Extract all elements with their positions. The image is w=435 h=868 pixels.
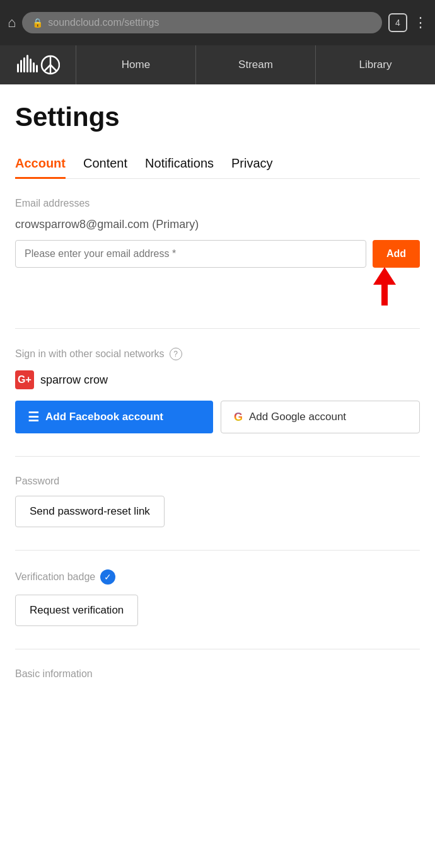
arrow-head bbox=[373, 267, 396, 285]
basic-info-label: Basic information bbox=[15, 668, 420, 680]
address-bar[interactable]: 🔒 soundcloud.com/settings bbox=[22, 12, 382, 33]
tab-privacy[interactable]: Privacy bbox=[231, 150, 273, 179]
svg-rect-0 bbox=[17, 64, 19, 72]
nav-home[interactable]: Home bbox=[76, 45, 195, 84]
browser-home-icon[interactable]: ⌂ bbox=[8, 14, 16, 31]
verification-check-icon: ✓ bbox=[100, 569, 115, 585]
nav-library[interactable]: Library bbox=[315, 45, 435, 84]
divider-2 bbox=[15, 456, 420, 457]
tab-notifications[interactable]: Notifications bbox=[145, 150, 214, 179]
add-google-button[interactable]: G Add Google account bbox=[221, 401, 420, 433]
password-reset-button[interactable]: Send password-reset link bbox=[15, 496, 165, 527]
email-input[interactable] bbox=[15, 240, 366, 268]
tabs-count-badge[interactable]: 4 bbox=[388, 13, 407, 32]
add-email-button[interactable]: Add bbox=[373, 240, 420, 268]
svg-rect-5 bbox=[33, 62, 35, 72]
tab-account[interactable]: Account bbox=[15, 150, 66, 179]
arrow-shaft bbox=[381, 285, 388, 306]
browser-chrome: ⌂ 🔒 soundcloud.com/settings 4 ⋮ bbox=[0, 0, 435, 45]
svg-rect-1 bbox=[20, 60, 22, 72]
tab-content[interactable]: Content bbox=[83, 150, 127, 179]
email-section: Email addresses crowsparrow8@gmail.com (… bbox=[15, 198, 420, 306]
browser-url: soundcloud.com/settings bbox=[48, 17, 159, 28]
soundcloud-nav: Home Stream Library bbox=[0, 45, 435, 84]
red-arrow bbox=[373, 268, 396, 306]
svg-rect-2 bbox=[23, 57, 25, 72]
google-user-row: G+ sparrow crow bbox=[15, 370, 420, 389]
page-title: Settings bbox=[15, 102, 420, 132]
svg-line-9 bbox=[44, 65, 50, 71]
svg-rect-4 bbox=[30, 59, 32, 72]
request-verification-button[interactable]: Request verification bbox=[15, 595, 138, 626]
password-section-label: Password bbox=[15, 476, 420, 487]
nav-links: Home Stream Library bbox=[76, 45, 435, 84]
lock-icon: 🔒 bbox=[32, 18, 43, 28]
basic-info-section: Basic information bbox=[15, 668, 420, 680]
divider-1 bbox=[15, 328, 420, 329]
browser-menu-icon[interactable]: ⋮ bbox=[414, 14, 427, 31]
page-content: Settings Account Content Notifications P… bbox=[0, 84, 435, 728]
divider-4 bbox=[15, 649, 420, 649]
google-plus-icon: G+ bbox=[15, 370, 34, 389]
social-section: Sign in with other social networks ? G+ … bbox=[15, 348, 420, 433]
email-input-row: Add bbox=[15, 240, 420, 268]
svg-rect-6 bbox=[36, 65, 38, 72]
settings-tabs: Account Content Notifications Privacy bbox=[15, 150, 420, 179]
add-facebook-button[interactable]: ☰ Add Facebook account bbox=[15, 401, 213, 433]
nav-stream[interactable]: Stream bbox=[195, 45, 315, 84]
email-section-label: Email addresses bbox=[15, 198, 420, 209]
google-user-name: sparrow crow bbox=[40, 374, 108, 387]
svg-line-10 bbox=[50, 65, 57, 71]
svg-rect-3 bbox=[26, 55, 28, 72]
verification-section-label: Verification badge ✓ bbox=[15, 569, 420, 585]
password-section: Password Send password-reset link bbox=[15, 476, 420, 527]
social-section-label: Sign in with other social networks ? bbox=[15, 348, 420, 360]
sc-logo[interactable] bbox=[0, 45, 76, 84]
social-buttons-row: ☰ Add Facebook account G Add Google acco… bbox=[15, 401, 420, 433]
arrow-annotation bbox=[15, 268, 420, 306]
google-icon: G bbox=[234, 411, 243, 424]
verification-section: Verification badge ✓ Request verificatio… bbox=[15, 569, 420, 626]
facebook-icon: ☰ bbox=[28, 409, 39, 425]
primary-email: crowsparrow8@gmail.com (Primary) bbox=[15, 218, 420, 231]
divider-3 bbox=[15, 550, 420, 551]
social-help-icon[interactable]: ? bbox=[170, 348, 182, 360]
